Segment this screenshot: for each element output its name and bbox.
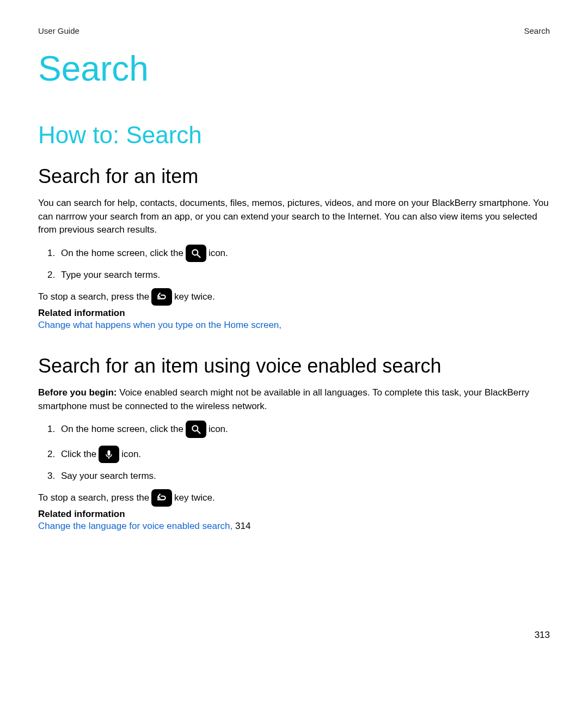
step-item: On the home screen, click the icon. [58, 421, 550, 438]
subsection-heading-voice-search: Search for an item using voice enabled s… [38, 355, 550, 378]
steps-list-1: On the home screen, click the icon. Type… [38, 245, 550, 281]
step-item: Type your search terms. [58, 270, 550, 281]
step-text: Click the [61, 449, 96, 460]
step-text: Say your search terms. [61, 471, 156, 481]
step-item: Say your search terms. [58, 471, 550, 482]
related-link-text[interactable]: Change what happens when you type on the… [38, 320, 281, 330]
header-left: User Guide [38, 26, 79, 35]
subsection-heading-search-item: Search for an item [38, 165, 550, 188]
related-info-label: Related information [38, 509, 550, 520]
page-title: Search [38, 48, 550, 89]
related-link[interactable]: Change what happens when you type on the… [38, 320, 550, 331]
svg-line-3 [197, 431, 200, 434]
header-right: Search [524, 26, 550, 35]
step-item: On the home screen, click the icon. [58, 245, 550, 262]
search-icon [186, 245, 206, 262]
back-key-icon [151, 288, 172, 306]
related-link-page: 314 [232, 521, 250, 531]
step-text: icon. [209, 424, 228, 435]
related-link-text[interactable]: Change the language for voice enabled se… [38, 521, 232, 531]
document-page: User Guide Search Search How to: Search … [0, 0, 588, 662]
step-text: icon. [121, 449, 141, 460]
svg-line-1 [197, 254, 200, 257]
back-key-icon [151, 489, 172, 507]
step-text: icon. [209, 248, 228, 259]
page-header: User Guide Search [38, 26, 550, 35]
stop-search-line: To stop a search, press the key twice. [38, 489, 550, 507]
related-info-label: Related information [38, 308, 550, 319]
stop-text: To stop a search, press the [38, 492, 149, 503]
page-number: 313 [38, 630, 550, 641]
search-icon [186, 421, 206, 438]
steps-list-2: On the home screen, click the icon. Clic… [38, 421, 550, 482]
step-item: Click the icon. [58, 446, 550, 463]
stop-text: key twice. [174, 291, 215, 302]
step-text: On the home screen, click the [61, 248, 183, 259]
related-link-row: Change the language for voice enabled se… [38, 521, 550, 532]
step-text: Type your search terms. [61, 270, 160, 280]
before-begin-paragraph: Before you begin: Voice enabled search m… [38, 386, 550, 413]
before-begin-label: Before you begin: [38, 387, 117, 398]
stop-search-line: To stop a search, press the key twice. [38, 288, 550, 306]
section-heading-howto: How to: Search [38, 121, 550, 149]
step-text: On the home screen, click the [61, 424, 183, 435]
intro-paragraph: You can search for help, contacts, docum… [38, 197, 550, 237]
stop-text: key twice. [174, 492, 215, 503]
svg-rect-4 [108, 451, 111, 456]
stop-text: To stop a search, press the [38, 291, 149, 302]
microphone-icon [99, 446, 119, 463]
